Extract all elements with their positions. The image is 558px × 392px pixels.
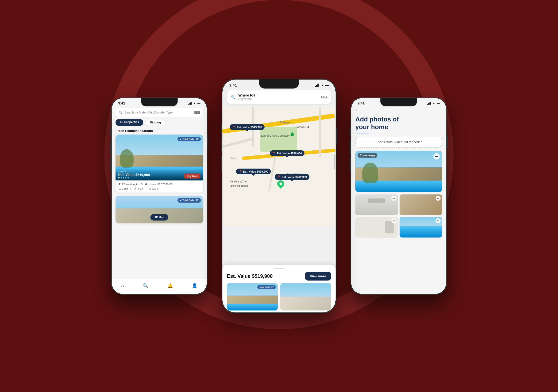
t1-more-btn[interactable]: •••: [391, 196, 396, 201]
map-btn-label: Map: [159, 216, 164, 219]
side-btn-vol-down: [110, 157, 111, 171]
bids-badge-2: ● Total Bids: 22: [178, 198, 201, 202]
side-btn-power: [207, 134, 208, 148]
center-wifi-icon: ▲: [321, 83, 324, 87]
sheet-bids-badge: Total Bids: 22: [257, 285, 276, 289]
bath-icon: 🚿: [133, 187, 137, 190]
sqft-spec: ⊞ 626 SF: [149, 187, 160, 190]
spec-div-2: [146, 188, 146, 190]
bar4: [191, 102, 192, 105]
card1-date: 02/04/2024: [118, 170, 150, 173]
t3-more-btn[interactable]: •••: [391, 218, 396, 223]
sheet-price-row: Est. Value $519,900 View more: [227, 272, 331, 281]
battery-icon: ▬: [197, 101, 200, 105]
add-photo-button[interactable]: + Add Photo, Video, 3d rendering: [355, 137, 442, 148]
filter-button[interactable]: ⊟⊟: [194, 110, 200, 114]
sheet-card-2[interactable]: [280, 283, 331, 310]
side-btn-vol-up: [110, 140, 111, 154]
r-bar1: [427, 104, 428, 105]
filter-toggle[interactable]: ⊟⊙: [321, 95, 327, 99]
left-nav-bar: ⌂ 🔍 🔔 👤: [112, 279, 207, 294]
t1-fan: [368, 198, 385, 203]
card2-image: ● Total Bids: 22 🗺 Map: [115, 196, 203, 223]
c-bar3: [317, 84, 318, 87]
scroll-indicator: [334, 155, 335, 170]
map-area[interactable]: 🌲 Totowa Totowa Rd Laurel Grove Cemetery…: [222, 107, 336, 226]
map-button[interactable]: 🗺 Map: [150, 214, 168, 221]
right-signal: [427, 102, 431, 105]
left-notch: [141, 98, 178, 106]
bidding-pill[interactable]: Bidding: [145, 119, 165, 126]
home-nav-icon: ⌂: [121, 283, 124, 288]
pin-icon-1: 📍: [232, 125, 236, 129]
dot-5: [127, 177, 129, 179]
pin-label-1: Est. Value $519,900: [237, 126, 262, 129]
wifi-icon: ▲: [193, 101, 196, 105]
sc2-sky: [280, 283, 331, 297]
all-properties-pill[interactable]: All Properties: [115, 119, 143, 126]
thumbnail-grid: ••• ••• •••: [355, 195, 442, 238]
sheet-card-1[interactable]: Total Bids: 22: [227, 283, 278, 310]
thumb-3[interactable]: •••: [355, 217, 398, 238]
cover-more-btn[interactable]: •••: [433, 153, 440, 160]
view-more-button[interactable]: View more: [305, 272, 331, 281]
center-side-btn-silent: [221, 124, 222, 134]
thumb-4[interactable]: •••: [400, 217, 442, 238]
where-to-label: Where to?: [238, 93, 255, 97]
right-side-btn-vol-up: [350, 140, 351, 154]
left-search-bar[interactable]: 🔍 ⊟⊟: [115, 108, 203, 117]
center-search-text: Where to? Anywhere: [238, 93, 255, 101]
map-label-totowa: Totowa: [280, 120, 290, 124]
center-side-btn-power: [336, 129, 337, 144]
c-bar4: [318, 84, 319, 87]
nav-home[interactable]: ⌂: [121, 283, 124, 288]
bottom-sheet: Est. Value $519,900 View more Total Bids…: [222, 265, 336, 312]
buy-now-button[interactable]: Buy Now: [184, 174, 200, 179]
dot-1: [118, 177, 120, 179]
spec-div-1: [131, 188, 131, 190]
back-button[interactable]: ←: [351, 106, 446, 113]
center-battery-icon: ▬: [325, 83, 329, 87]
thumb-2[interactable]: •••: [400, 195, 442, 215]
property-card-2[interactable]: ● Total Bids: 22 🗺 Map: [115, 196, 203, 223]
bids-badge-1: ● Total Bids: 22: [178, 137, 201, 141]
map-label-forhire: For Hire at The: [230, 180, 247, 183]
t4-sky: [400, 217, 442, 227]
map-label-landpark: land Park Range: [230, 185, 249, 187]
right-notch: [380, 98, 417, 106]
dot-4: [125, 177, 127, 179]
nav-search[interactable]: 🔍: [143, 283, 148, 289]
sqft-val: 626 SF: [152, 188, 160, 190]
map-pin-2[interactable]: 📍 Est. Value $529,000: [270, 150, 304, 156]
anywhere-label: Anywhere: [238, 97, 255, 101]
beds-val: 3 BD: [122, 188, 128, 190]
property-card-1[interactable]: ● Total Bids: 22 02/04/2024 Est. Value $…: [115, 134, 203, 193]
nav-alerts[interactable]: 🔔: [167, 283, 173, 289]
center-search-bar[interactable]: 🔍 Where to? Anywhere ⊟⊙: [227, 90, 331, 104]
profile-nav-icon: 👤: [192, 283, 197, 289]
right-side-btn-power: [447, 134, 448, 148]
nav-profile[interactable]: 👤: [192, 283, 197, 289]
c-bar2: [316, 85, 317, 87]
pin-icon-3: 📍: [239, 170, 242, 173]
phone-left: 9:41 ▲ ▬ 🔍: [111, 97, 207, 294]
road-v4: [319, 107, 321, 157]
center-time: 9:41: [229, 83, 237, 87]
right-battery-icon: ▬: [437, 101, 440, 105]
map-pin-3[interactable]: 📍 Est. Value $519,900: [236, 169, 271, 174]
center-side-btn-vol-down: [221, 156, 222, 171]
center-search-icon: 🔍: [231, 95, 236, 99]
map-pin-1[interactable]: 📍 Est. Value $519,900: [230, 124, 265, 130]
cover-image-area: Cover Image •••: [355, 151, 442, 192]
dot-3: [123, 177, 124, 179]
card1-specs: 🛏 3 BD 🚿 3 BA ⊞ 626 SF: [119, 187, 200, 190]
phone-center: 9:41 ▲ ▬ 🔍: [222, 79, 336, 313]
search-input[interactable]: [124, 111, 192, 114]
phone-center-inner: 9:41 ▲ ▬ 🔍: [222, 80, 336, 312]
signal-bars: [188, 102, 192, 105]
baths-val: 3 BA: [138, 188, 143, 190]
thumb-1[interactable]: •••: [355, 195, 398, 215]
bids-label-2: Total Bids: 22: [182, 199, 199, 202]
map-pin-4[interactable]: 📍 Est. Value $409,999: [275, 174, 309, 180]
sqft-icon: ⊞: [149, 187, 151, 190]
